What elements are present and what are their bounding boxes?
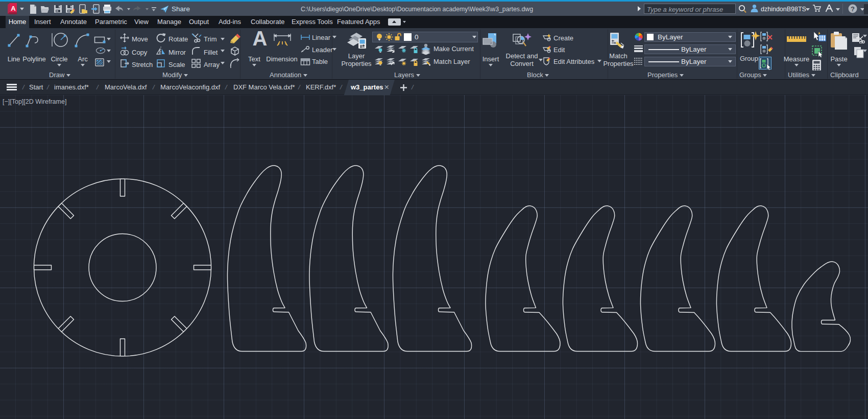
svg-text:A: A bbox=[11, 5, 16, 12]
svg-text:?: ? bbox=[851, 5, 855, 13]
